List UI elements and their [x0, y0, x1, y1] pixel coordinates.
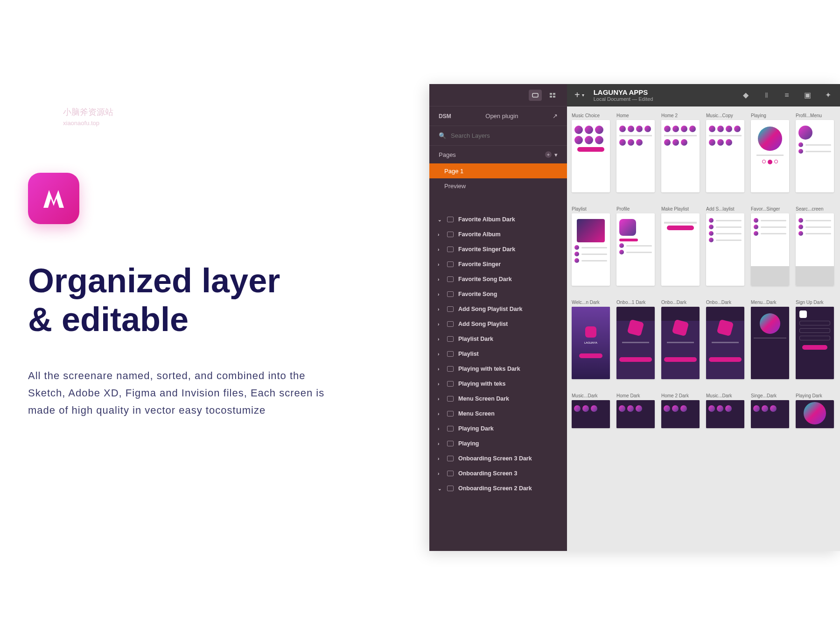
layer-item[interactable]: ›Menu Screen [429, 406, 567, 421]
layer-item[interactable]: ›Add Song Playlist [429, 317, 567, 332]
chevron-icon: › [438, 411, 442, 416]
heading: Organized layer & editable [28, 261, 364, 339]
artboard-label: Home 2 Dark [661, 393, 700, 398]
artboard-label: Menu...Dark [751, 300, 789, 305]
artboard-frame [796, 307, 834, 379]
artboard[interactable]: Onbo...Dark [706, 300, 744, 379]
view-grid-button[interactable] [546, 90, 560, 101]
artboard[interactable]: Welc...n DarkLAGUNYA [572, 300, 610, 379]
layer-item[interactable]: ›Menu Screen Dark [429, 391, 567, 406]
artboard-label: Music Choice [572, 113, 610, 118]
layer-label: Favorite Singer [458, 261, 501, 268]
layer-label: Favorite Song [458, 291, 497, 297]
canvas-header: + ▾ LAGUNYA APPS Local Document — Edited… [567, 84, 840, 106]
canvas-body[interactable]: Music ChoiceHomeHome 2Music...CopyPlayin… [567, 106, 840, 551]
chevron-icon: › [438, 247, 442, 252]
artboard[interactable]: Add S...laylist [706, 206, 744, 286]
layer-label: Favorite Album Dark [458, 216, 515, 223]
chevron-icon: › [438, 456, 442, 461]
artboard-icon [447, 321, 454, 327]
plugin-row[interactable]: DSM Open plugin ↗ [429, 106, 567, 126]
shape-tool-icon[interactable]: ◆ [741, 91, 750, 100]
artboard-label: Welc...n Dark [572, 300, 610, 305]
artboard-icon [447, 426, 454, 431]
artboard[interactable]: Favor...Singer [751, 206, 789, 286]
search-layers-input[interactable] [451, 132, 558, 139]
layer-item[interactable]: ›Favorite Song Dark [429, 272, 567, 287]
layer-item[interactable]: ›Favorite Song [429, 287, 567, 302]
artboard[interactable]: Playing Dark [796, 393, 834, 428]
artboard-row: Music ChoiceHomeHome 2Music...CopyPlayin… [572, 113, 835, 192]
layer-label: Onboarding Screen 2 Dark [458, 485, 532, 492]
chevron-icon: ⌄ [438, 217, 442, 222]
view-single-button[interactable] [529, 90, 542, 101]
artboard-frame [796, 213, 834, 286]
artboard[interactable]: Home 2 [661, 113, 700, 192]
chevron-icon: › [438, 322, 442, 327]
artboard-label: Playing Dark [796, 393, 834, 398]
artboard-frame [661, 307, 700, 379]
layer-item[interactable]: ›Onboarding Screen 3 [429, 466, 567, 481]
artboard[interactable]: Profile [616, 206, 655, 286]
artboard-frame [616, 400, 655, 428]
layer-item[interactable]: ›Favorite Singer Dark [429, 242, 567, 257]
artboard-frame [796, 120, 834, 192]
artboard[interactable]: Music...Dark [706, 393, 744, 428]
layer-item[interactable]: ›Onboarding Screen 3 Dark [429, 451, 567, 466]
artboard[interactable]: Singe...Dark [751, 393, 789, 428]
artboard[interactable]: Onbo...Dark [661, 300, 700, 379]
layer-label: Onboarding Screen 3 Dark [458, 455, 532, 462]
artboard[interactable]: Music...Dark [572, 393, 610, 428]
artboard-label: Playlist [572, 206, 610, 212]
effects-tool-icon[interactable]: ✦ [823, 91, 833, 100]
mask-tool-icon[interactable]: ▣ [803, 91, 812, 100]
layer-label: Playing Dark [458, 425, 494, 432]
layer-item[interactable]: ›Playing [429, 436, 567, 451]
page-item[interactable]: Preview [429, 178, 567, 193]
layer-item[interactable]: ›Playlist [429, 346, 567, 361]
chevron-icon: › [438, 232, 442, 237]
artboard-icon [447, 381, 454, 387]
layer-label: Playing with teks Dark [458, 366, 520, 372]
artboard[interactable]: Make Playlist [661, 206, 700, 286]
artboard[interactable]: Music Choice [572, 113, 610, 192]
page-item[interactable]: Page 1 [429, 163, 567, 178]
artboard-label: Music...Copy [706, 113, 744, 118]
chevron-icon: › [438, 292, 442, 297]
layer-item[interactable]: ›Playlist Dark [429, 332, 567, 346]
layer-item[interactable]: ›Playing with teks [429, 376, 567, 391]
artboard[interactable]: Searc...creen [796, 206, 834, 286]
artboard-icon [447, 217, 454, 222]
plugin-label: DSM [439, 113, 451, 120]
artboard[interactable]: Menu...Dark [751, 300, 789, 379]
description-text: All the screenare named, sorted, and com… [28, 367, 345, 419]
layer-item[interactable]: ›Playing Dark [429, 421, 567, 436]
artboard-label: Profile [616, 206, 655, 212]
layer-item[interactable]: ›Favorite Singer [429, 257, 567, 272]
editor-sidebar: DSM Open plugin ↗ 🔍 Pages +▾ Page 1Previ… [429, 84, 567, 551]
artboard[interactable]: Playing [751, 113, 789, 192]
artboard[interactable]: Home 2 Dark [661, 393, 700, 428]
artboard[interactable]: Home [616, 113, 655, 192]
layer-label: Menu Screen Dark [458, 395, 509, 402]
layer-item[interactable]: ›Add Song Playlist Dark [429, 302, 567, 317]
insert-button[interactable]: + ▾ [574, 90, 584, 100]
artboard[interactable]: Profil...Menu [796, 113, 834, 192]
align-tool-icon[interactable]: ⫴ [762, 91, 771, 100]
layer-item[interactable]: ⌄Favorite Album Dark [429, 212, 567, 227]
distribute-tool-icon[interactable]: ≡ [782, 91, 791, 100]
artboard[interactable]: Sign Up Dark [796, 300, 834, 379]
artboard-icon [447, 486, 454, 491]
add-page-icon[interactable]: +▾ [545, 151, 558, 158]
layer-item[interactable]: ⌄Onboarding Screen 2 Dark [429, 481, 567, 496]
layer-item[interactable]: ›Favorite Album [429, 227, 567, 242]
artboard-frame [572, 120, 610, 192]
artboard[interactable]: Home Dark [616, 393, 655, 428]
artboard-frame [796, 400, 834, 428]
artboard[interactable]: Playlist [572, 206, 610, 286]
layer-item[interactable]: ›Playing with teks Dark [429, 361, 567, 376]
design-editor-window: DSM Open plugin ↗ 🔍 Pages +▾ Page 1Previ… [429, 84, 840, 551]
artboard[interactable]: Music...Copy [706, 113, 744, 192]
artboard[interactable]: Onbo...1 Dark [616, 300, 655, 379]
artboard-icon [447, 291, 454, 297]
